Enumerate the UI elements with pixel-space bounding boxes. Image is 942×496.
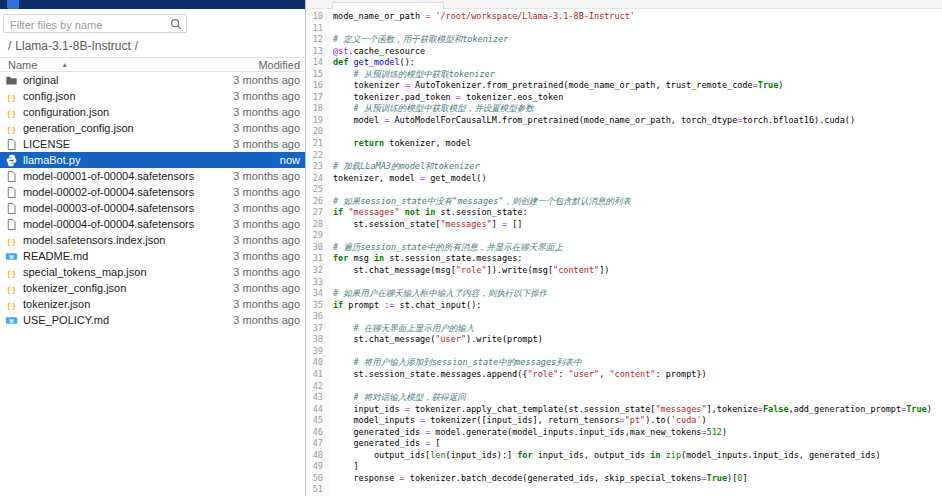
file-row[interactable]: original3 months ago: [0, 72, 305, 88]
code-line-text: [330, 126, 333, 138]
column-header-modified[interactable]: Modified: [258, 59, 300, 71]
code-line-text: st.session_state.messages.append({"role"…: [330, 369, 707, 381]
code-line[interactable]: 37 # 在聊天界面上显示用户的输入: [306, 323, 942, 335]
file-row[interactable]: { }tokenizer.json3 months ago: [0, 296, 305, 312]
line-number: 31: [306, 253, 330, 265]
code-line[interactable]: 22: [306, 150, 942, 162]
code-line[interactable]: 23# 加载LLaMA3的model和tokenizer: [306, 161, 942, 173]
code-line[interactable]: 39: [306, 346, 942, 358]
file-row[interactable]: LICENSE3 months ago: [0, 136, 305, 152]
code-line[interactable]: 21 return tokenizer, model: [306, 138, 942, 150]
code-line[interactable]: 30# 遍历session_state中的所有消息，并显示在聊天界面上: [306, 242, 942, 254]
svg-text:{ }: { }: [7, 300, 16, 309]
file-row[interactable]: { }special_tokens_map.json3 months ago: [0, 264, 305, 280]
file-row[interactable]: { }config.json3 months ago: [0, 88, 305, 104]
line-number: 13: [306, 46, 330, 58]
code-line[interactable]: 18 # 从预训练的模型中获取模型，并设置模型参数: [306, 103, 942, 115]
line-number: 24: [306, 173, 330, 185]
breadcrumb-trailing-slash: /: [135, 39, 138, 53]
file-row[interactable]: model-00001-of-00004.safetensors3 months…: [0, 168, 305, 184]
code-line[interactable]: 25: [306, 184, 942, 196]
code-line[interactable]: 10mode_name_or_path = '/root/workspace/L…: [306, 11, 942, 23]
breadcrumb-root[interactable]: /: [8, 39, 11, 53]
code-line[interactable]: 31for msg in st.session_state.messages:: [306, 253, 942, 265]
file-name: tokenizer.json: [23, 298, 233, 310]
svg-text:M: M: [9, 317, 14, 323]
code-line[interactable]: 14def get_model():: [306, 57, 942, 69]
code-line[interactable]: 46 generated_ids = model.generate(model_…: [306, 427, 942, 439]
code-line[interactable]: 28 st.session_state["messages"] = []: [306, 219, 942, 231]
column-header-name[interactable]: Name ▲: [8, 59, 258, 71]
breadcrumb-folder[interactable]: Llama-3.1-8B-Instruct: [15, 39, 130, 53]
code-line[interactable]: 15 # 从预训练的模型中获取tokenizer: [306, 69, 942, 81]
code-line[interactable]: 12# 定义一个函数，用于获取模型和tokenizer: [306, 34, 942, 46]
search-icon[interactable]: [169, 17, 183, 31]
code-line[interactable]: 26# 如果session_state中没有"messages"，则创建一个包含…: [306, 196, 942, 208]
code-line[interactable]: 43 # 将对话输入模型，获得返回: [306, 392, 942, 404]
file-row[interactable]: model-00003-of-00004.safetensors3 months…: [0, 200, 305, 216]
file-row[interactable]: model-00002-of-00004.safetensors3 months…: [0, 184, 305, 200]
markdown-file-icon: M: [5, 314, 18, 327]
file-name: tokenizer_config.json: [23, 282, 233, 294]
code-line[interactable]: 27if "messages" not in st.session_state:: [306, 207, 942, 219]
code-line[interactable]: 47 generated_ids = [: [306, 438, 942, 450]
line-number: 42: [306, 381, 330, 393]
toolbar-dropdown-partial[interactable]: [332, 2, 444, 9]
code-line[interactable]: 41 st.session_state.messages.append({"ro…: [306, 369, 942, 381]
code-line[interactable]: 32 st.chat_message(msg["role"]).write(ms…: [306, 265, 942, 277]
code-line[interactable]: 50 response = tokenizer.batch_decode(gen…: [306, 473, 942, 485]
file-row[interactable]: { }tokenizer_config.json3 months ago: [0, 280, 305, 296]
code-line-text: ]: [330, 461, 359, 473]
code-line[interactable]: 51: [306, 484, 942, 496]
code-line-text: model = AutoModelForCausalLM.from_pretra…: [330, 115, 855, 127]
file-row[interactable]: MUSE_POLICY.md3 months ago: [0, 312, 305, 328]
code-line[interactable]: 19 model = AutoModelForCausalLM.from_pre…: [306, 115, 942, 127]
code-line[interactable]: 24tokenizer, model = get_model(): [306, 173, 942, 185]
code-line[interactable]: 17 tokenizer.pad_token = tokenizer.eos_t…: [306, 92, 942, 104]
code-line-text: input_ids = tokenizer.apply_chat_templat…: [330, 404, 932, 416]
code-line-text: mode_name_or_path = '/root/workspace/Lla…: [330, 11, 635, 23]
file-name: LICENSE: [23, 138, 233, 150]
code-line-text: return tokenizer, model: [330, 138, 471, 150]
file-row[interactable]: MREADME.md3 months ago: [0, 248, 305, 264]
code-editor[interactable]: 10mode_name_or_path = '/root/workspace/L…: [306, 9, 942, 496]
file-row[interactable]: llamaBot.pynow: [0, 152, 305, 168]
file-modified: 3 months ago: [233, 314, 300, 326]
code-line[interactable]: 11: [306, 23, 942, 35]
code-line-text: # 加载LLaMA3的model和tokenizer: [330, 161, 480, 173]
code-line[interactable]: 29: [306, 230, 942, 242]
code-line[interactable]: 13@st.cache_resource: [306, 46, 942, 58]
file-name: model-00002-of-00004.safetensors: [23, 186, 233, 198]
line-number: 39: [306, 346, 330, 358]
file-list: original3 months ago{ }config.json3 mont…: [0, 72, 305, 496]
file-row[interactable]: { }configuration.json3 months ago: [0, 104, 305, 120]
filter-files-input[interactable]: [4, 17, 186, 34]
line-number: 43: [306, 392, 330, 404]
svg-text:{ }: { }: [7, 124, 16, 133]
code-line-text: [330, 150, 333, 162]
line-number: 14: [306, 57, 330, 69]
json-file-icon: { }: [5, 234, 18, 247]
code-line[interactable]: 34# 如果用户在聊天输入框中输入了内容，则执行以下操作: [306, 288, 942, 300]
code-line[interactable]: 38 st.chat_message("user").write(prompt): [306, 334, 942, 346]
file-modified: 3 months ago: [233, 234, 300, 246]
code-line[interactable]: 45 model_inputs = tokenizer([input_ids],…: [306, 415, 942, 427]
folder-icon: [5, 74, 18, 87]
code-line[interactable]: 44 input_ids = tokenizer.apply_chat_temp…: [306, 404, 942, 416]
code-line[interactable]: 42: [306, 381, 942, 393]
code-line[interactable]: 33: [306, 277, 942, 289]
code-line[interactable]: 48 output_ids[len(input_ids):] for input…: [306, 450, 942, 462]
line-number: 15: [306, 69, 330, 81]
code-line[interactable]: 40 # 将用户输入添加到session_state中的messages列表中: [306, 357, 942, 369]
file-name: model-00003-of-00004.safetensors: [23, 202, 233, 214]
file-row[interactable]: { }generation_config.json3 months ago: [0, 120, 305, 136]
code-line[interactable]: 35if prompt := st.chat_input():: [306, 300, 942, 312]
code-line[interactable]: 20: [306, 126, 942, 138]
code-line[interactable]: 36: [306, 311, 942, 323]
file-icon: [5, 138, 18, 151]
file-row[interactable]: model-00004-of-00004.safetensors3 months…: [0, 216, 305, 232]
line-number: 47: [306, 438, 330, 450]
code-line[interactable]: 16 tokenizer = AutoTokenizer.from_pretra…: [306, 80, 942, 92]
code-line[interactable]: 49 ]: [306, 461, 942, 473]
file-row[interactable]: { }model.safetensors.index.json3 months …: [0, 232, 305, 248]
